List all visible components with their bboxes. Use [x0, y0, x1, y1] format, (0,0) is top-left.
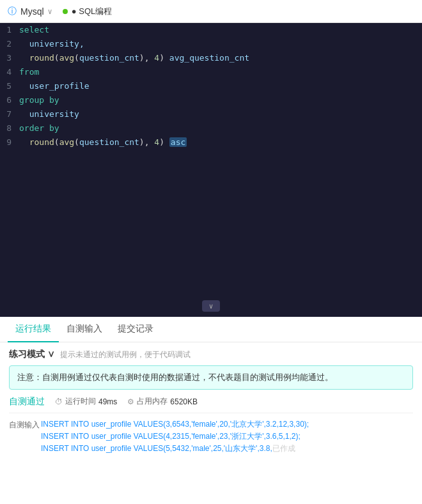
keyword-from: from	[19, 67, 39, 77]
tab-self-test[interactable]: 自测输入	[59, 317, 110, 342]
sql-line-1: INSERT INTO user_profile VALUES(3,6543,'…	[41, 418, 309, 431]
code-line-1: 1 select	[0, 23, 422, 37]
line-code-3: round(avg(question_cnt), 4) avg_question…	[19, 51, 422, 65]
collapse-button[interactable]: ∨	[202, 300, 220, 312]
results-area: 练习模式 ∨ 提示未通过的测试用例，便于代码调试 注意：自测用例通过仅代表自测时…	[0, 342, 422, 504]
line-number-7: 7	[0, 107, 19, 121]
practice-mode-row: 练习模式 ∨ 提示未通过的测试用例，便于代码调试	[9, 349, 413, 360]
notice-text-prefix: 注意：自测用例通过仅代表自测时使用的数据通过，不代表题目的测试用例均能通过。	[17, 372, 333, 382]
p4-open: (	[74, 137, 79, 147]
code-editor[interactable]: 1 select 2 university, 3 round(avg(quest…	[0, 23, 422, 317]
line-code-6: group by	[19, 93, 422, 107]
practice-mode-label[interactable]: 练习模式 ∨	[9, 349, 55, 360]
sql-mode-label: ● SQL编程	[72, 6, 112, 17]
alias-avg-question: avg_question_cnt	[169, 53, 249, 63]
line-number-6: 6	[0, 93, 19, 107]
run-time-item: ⏱ 运行时间 49ms	[55, 396, 117, 407]
keyword-asc: asc	[169, 137, 187, 147]
p3-close: )	[159, 137, 164, 147]
table-user-profile: user_profile	[29, 81, 90, 91]
p4-close: ),	[139, 137, 154, 147]
code-line-3: 3 round(avg(question_cnt), 4) avg_questi…	[0, 51, 422, 65]
db-title: Mysql	[20, 6, 44, 17]
line-code-8: order by	[19, 121, 422, 135]
tab-run-result[interactable]: 运行结果	[8, 317, 59, 342]
info-icon: ⓘ	[8, 6, 17, 17]
paren-open: (	[54, 53, 59, 63]
line-code-1: select	[19, 23, 422, 37]
memory-item: ⚙ 占用内存 6520KB	[127, 396, 198, 407]
memory-icon: ⚙	[127, 397, 134, 406]
practice-mode-hint: 提示未通过的测试用例，便于代码调试	[60, 349, 191, 360]
tab-submit-history[interactable]: 提交记录	[110, 317, 161, 342]
line-number-2: 2	[0, 37, 19, 51]
line-number-1: 1	[0, 23, 19, 37]
func-round-2: round	[29, 137, 54, 147]
code-table: 1 select 2 university, 3 round(avg(quest…	[0, 23, 422, 149]
func-round: round	[29, 53, 54, 63]
line-code-4: from	[19, 65, 422, 79]
code-line-4: 4 from	[0, 65, 422, 79]
code-line-5: 5 user_profile	[0, 79, 422, 93]
field-question-cnt-2: question_cnt	[79, 137, 139, 147]
code-line-7: 7 university	[0, 107, 422, 121]
code-line-8: 8 order by	[0, 121, 422, 135]
line-number-3: 3	[0, 51, 19, 65]
notice-box: 注意：自测用例通过仅代表自测时使用的数据通过，不代表题目的测试用例均能通过。	[9, 365, 413, 390]
code-line-9: 9 round(avg(question_cnt), 4) asc	[0, 135, 422, 149]
self-test-sql-block: INSERT INTO user_profile VALUES(3,6543,'…	[41, 418, 309, 455]
dropdown-arrow-icon[interactable]: ∨	[48, 7, 52, 16]
tabs-bar: 运行结果 自测输入 提交记录	[0, 317, 422, 342]
code-line-2: 2 university,	[0, 37, 422, 51]
result-status-row: 自测通过 ⏱ 运行时间 49ms ⚙ 占用内存 6520KB	[9, 396, 413, 408]
line-code-7: university	[19, 107, 422, 121]
num-4-2: 4	[154, 137, 159, 147]
keyword-order-by: order by	[19, 123, 59, 133]
memory-value: 6520KB	[170, 397, 198, 406]
status-dot	[63, 9, 68, 14]
field-university: university,	[29, 39, 84, 49]
line-number-5: 5	[0, 79, 19, 93]
sql-line-2: INSERT INTO user_profile VALUES(4,2315,'…	[41, 431, 309, 443]
line-code-2: university,	[19, 37, 422, 51]
num-4: 4	[154, 53, 159, 63]
clock-icon: ⏱	[55, 397, 63, 406]
paren2-close: ),	[139, 53, 154, 63]
self-test-label: 自测输入	[9, 418, 41, 455]
run-time-label: 运行时间	[65, 396, 96, 407]
field-question-cnt: question_cnt	[79, 53, 139, 63]
run-time-value: 49ms	[98, 397, 117, 406]
paren-close: )	[159, 53, 164, 63]
line-code-9: round(avg(question_cnt), 4) asc	[19, 135, 422, 149]
paren2-open: (	[74, 53, 79, 63]
line-number-8: 8	[0, 121, 19, 135]
p3-open: (	[54, 137, 59, 147]
keyword-select: select	[19, 25, 49, 34]
self-test-input-row: 自测输入 INSERT INTO user_profile VALUES(3,6…	[9, 418, 413, 455]
line-number-9: 9	[0, 135, 19, 149]
field-university-group: university	[29, 109, 79, 119]
header-bar: ⓘ Mysql ∨ ● SQL编程	[0, 0, 422, 23]
line-code-5: user_profile	[19, 79, 422, 93]
code-line-6: 6 group by	[0, 93, 422, 107]
keyword-group-by: group by	[19, 95, 59, 105]
line-number-4: 4	[0, 65, 19, 79]
sql-line-3: INSERT INTO user_profile VALUES(5,5432,'…	[41, 443, 309, 455]
status-pass-label: 自测通过	[9, 396, 45, 408]
func-avg-2: avg	[59, 137, 74, 147]
divider	[9, 413, 413, 413]
func-avg: avg	[59, 53, 74, 63]
memory-label: 占用内存	[137, 396, 168, 407]
